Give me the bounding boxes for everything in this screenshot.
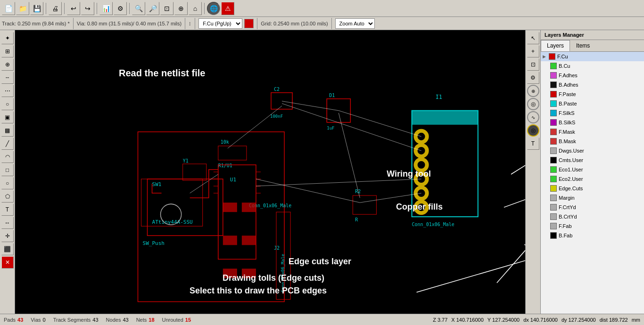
nodes-status: Nodes 43 (106, 317, 129, 323)
open-button[interactable]: 📁 (16, 2, 29, 15)
add-rule-area-button[interactable]: ▩ (1, 124, 14, 137)
vias-status: Vias 0 (31, 317, 45, 323)
layer-color-b-cu (550, 63, 557, 69)
layer-item-b-silks[interactable]: B.SilkS (541, 118, 644, 127)
add-zone-button[interactable]: ▣ (1, 111, 14, 123)
canvas-area[interactable]: ATtiny44A-SSU SW_Push SW1 10k R1/U1 U1 (15, 30, 525, 314)
add-dimension-button[interactable]: ↔ (1, 217, 14, 229)
zoom-home-button[interactable]: ⌂ (189, 2, 202, 15)
highlight-net-button[interactable]: ✦ (1, 32, 14, 44)
layer-item-f-cu[interactable]: ▶F.Cu (541, 52, 644, 61)
zoom-select[interactable]: Zoom Auto Zoom 1:1 (335, 18, 375, 29)
interactive-router-button[interactable]: ∿ (527, 111, 539, 123)
local-ratsnest-button[interactable]: ⊞ (1, 45, 14, 57)
svg-text:100nF: 100nF (270, 114, 283, 119)
edge-cuts-rt-circle[interactable]: ◎ (527, 124, 539, 137)
layer-item-f-adhes[interactable]: F.Adhes (541, 71, 644, 80)
layer-item-dwgs-user[interactable]: Dwgs.User (541, 146, 644, 155)
draw-polygon-button[interactable]: ⬠ (1, 190, 14, 203)
undo-button[interactable]: ↩ (67, 2, 80, 15)
net-inspector-button[interactable]: 🌐 (207, 2, 220, 15)
layer-name-f-silks: F.SilkS (559, 110, 575, 116)
svg-text:SW_Push: SW_Push (143, 240, 165, 246)
add-footprint-button[interactable]: ⊕ (1, 58, 14, 71)
layer-name-b-paste: B.Paste (559, 101, 577, 106)
layer-item-b-adhes[interactable]: B.Adhes (541, 80, 644, 89)
layer-item-cmts-user[interactable]: Cmts.User (541, 155, 644, 165)
grid-label: Grid: 0.2540 mm (10.00 mils) (261, 21, 328, 26)
layer-color-f-crtyd (550, 204, 557, 211)
layer-item-f-silks[interactable]: F.SilkS (541, 108, 644, 118)
svg-rect-57 (223, 236, 237, 245)
layer-color-dwgs-user (550, 147, 557, 154)
layer-item-b-fab[interactable]: B.Fab (541, 231, 644, 240)
layer-item-f-paste[interactable]: F.Paste (541, 89, 644, 99)
drc-button[interactable]: ⚠ (221, 2, 234, 15)
screenshot-button[interactable]: ⊡ (527, 58, 539, 71)
layer-item-edge-cuts[interactable]: Edge.Cuts (541, 184, 644, 193)
layer-item-b-paste[interactable]: B.Paste (541, 99, 644, 108)
layer-item-f-crtyd[interactable]: F.CrtYd (541, 203, 644, 212)
new-button[interactable]: 📄 (2, 2, 15, 15)
svg-rect-55 (223, 203, 237, 212)
sep-opt3 (195, 18, 195, 29)
layer-item-b-mask[interactable]: B.Mask (541, 137, 644, 146)
tab-layers[interactable]: Layers (541, 40, 570, 51)
text-rt-button[interactable]: T (527, 138, 539, 150)
draw-line-button[interactable]: ╱ (1, 138, 14, 150)
wiring-tool-circle1[interactable]: ⊕ (527, 85, 539, 97)
layer-item-b-crtyd[interactable]: B.CrtYd (541, 212, 644, 221)
layer-color-f-paste (550, 91, 557, 98)
add-layer-button[interactable]: + (527, 45, 539, 57)
layer-item-margin[interactable]: Margin (541, 193, 644, 203)
select-tool-button[interactable]: ↖ (527, 32, 539, 44)
board-setup-button[interactable]: ⚙ (114, 2, 127, 15)
layer-name-f-adhes: F.Adhes (559, 73, 578, 78)
layer-color-b-crtyd (550, 213, 557, 220)
unrouted-status: Unrouted 15 (162, 317, 191, 323)
zoom-out-button[interactable]: 🔎 (146, 2, 159, 15)
layer-select[interactable]: F.Cu (PgUp) B.Cu (PgDn) F.SilkS Edge.Cut… (198, 18, 242, 29)
plot-button[interactable]: 📊 (99, 2, 113, 15)
redo-button[interactable]: ↪ (81, 2, 94, 15)
draw-rect-button[interactable]: □ (1, 164, 14, 176)
delete-button[interactable]: ✕ (1, 256, 14, 268)
svg-text:Y1: Y1 (183, 158, 189, 163)
add-via-button[interactable]: ○ (1, 98, 14, 110)
route-diff-button[interactable]: ⋯ (1, 85, 14, 97)
copper-fill-rt-button[interactable]: ◎ (527, 98, 539, 110)
layer-color-b-adhes (550, 81, 557, 88)
layer-item-eco2-user[interactable]: Eco2.User (541, 174, 644, 184)
draw-circle-button[interactable]: ○ (1, 177, 14, 189)
layers-manager-title: Layers Manager (541, 30, 644, 40)
zoom-fit-button[interactable]: ⊡ (160, 2, 173, 15)
toolbar-top: 📄 📁 💾 🖨 ↩ ↪ 📊 ⚙ 🔍 🔎 ⊡ ⊕ ⌂ 🌐 ⚠ (0, 0, 644, 17)
layer-color-f-cu (549, 53, 555, 60)
layer-name-edge-cuts: Edge.Cuts (559, 186, 583, 191)
svg-text:J2: J2 (274, 245, 280, 251)
set-origin-button[interactable]: ✛ (1, 230, 14, 242)
layer-name-f-cu: F.Cu (557, 54, 568, 59)
layer-color-b-silks (550, 119, 557, 126)
layer-color-b-paste (550, 100, 557, 107)
layer-item-f-mask[interactable]: F.Mask (541, 127, 644, 137)
layer-item-b-cu[interactable]: B.Cu (541, 61, 644, 71)
route-tracks-button[interactable]: ╌ (1, 72, 14, 84)
board-setup-rt-button[interactable]: ⚙ (527, 72, 539, 84)
layer-item-eco1-user[interactable]: Eco1.User (541, 165, 644, 174)
add-text-button[interactable]: T (1, 203, 14, 216)
tab-items[interactable]: Items (570, 40, 596, 51)
annotation-read-netlist: Read the netlist file (119, 68, 205, 79)
layer-color-f-silks (550, 110, 557, 116)
draw-arc-button[interactable]: ◠ (1, 151, 14, 163)
route-icon: ⫶ (189, 21, 191, 26)
place-photo-button[interactable]: ⬛ (1, 243, 14, 255)
layer-item-f-fab[interactable]: F.Fab (541, 221, 644, 231)
svg-rect-58 (242, 236, 256, 245)
zoom-in-button[interactable]: 🔍 (132, 2, 145, 15)
print-button[interactable]: 🖨 (49, 2, 62, 15)
zoom-area-button[interactable]: ⊕ (174, 2, 188, 15)
save-button[interactable]: 💾 (30, 2, 43, 15)
svg-text:C2: C2 (274, 87, 280, 92)
layer-color-btn[interactable] (244, 19, 254, 28)
